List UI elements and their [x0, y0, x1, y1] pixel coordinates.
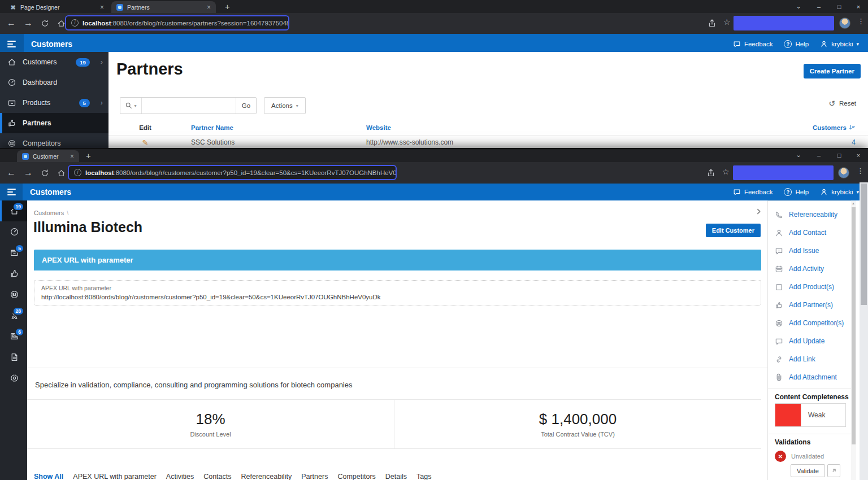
rail-item-competitors[interactable]: [0, 284, 27, 305]
feedback-button[interactable]: Feedback: [733, 40, 773, 48]
chevron-right-icon[interactable]: ›: [101, 99, 103, 107]
validate-button[interactable]: Validate: [791, 464, 825, 477]
new-tab-button[interactable]: +: [225, 2, 230, 11]
help-button[interactable]: ? Help: [784, 40, 809, 48]
url-bar[interactable]: i localhost:8080/ords/blog/r/customers/c…: [68, 165, 397, 180]
site-info-icon[interactable]: i: [74, 169, 81, 176]
tab-tags[interactable]: Tags: [416, 467, 431, 480]
collapse-panel-chevron-icon[interactable]: [754, 207, 763, 216]
minimize-button[interactable]: –: [810, 149, 827, 162]
col-customers-sort[interactable]: Customers: [688, 124, 868, 131]
feedback-button[interactable]: Feedback: [733, 188, 773, 196]
hamburger-menu-icon[interactable]: [0, 184, 23, 200]
tab-partners[interactable]: Partners: [301, 467, 328, 480]
action-add-update[interactable]: Add Update: [775, 335, 824, 347]
profile-avatar[interactable]: [839, 18, 850, 29]
sidebar-item-partners[interactable]: Partners: [0, 113, 108, 133]
scrollbar-thumb[interactable]: [852, 207, 856, 444]
edit-customer-button[interactable]: Edit Customer: [706, 224, 761, 237]
forward-nav-icon[interactable]: →: [24, 18, 33, 29]
tab-show-all[interactable]: Show All: [34, 467, 63, 480]
breadcrumb[interactable]: Customers\: [34, 210, 68, 216]
rail-item-documents[interactable]: [0, 347, 27, 368]
tab-close-icon[interactable]: ×: [70, 152, 74, 160]
back-nav-icon[interactable]: ←: [7, 167, 16, 178]
site-info-icon[interactable]: i: [71, 19, 79, 27]
maximize-button[interactable]: □: [831, 149, 848, 162]
rail-item-products[interactable]: 5: [0, 242, 27, 263]
action-add-attachment[interactable]: Add Attachment: [775, 372, 837, 383]
rail-item-updates[interactable]: 6: [0, 326, 27, 347]
window-menu-chevron-icon[interactable]: ⌄: [790, 149, 807, 162]
open-validation-icon[interactable]: [827, 464, 840, 477]
go-button[interactable]: Go: [236, 98, 256, 114]
col-website[interactable]: Website: [357, 124, 688, 131]
col-partner-name[interactable]: Partner Name: [182, 124, 357, 131]
page-scrollbar[interactable]: [860, 182, 868, 480]
panel-scrollbar[interactable]: ▲: [851, 200, 856, 480]
bookmark-star-icon[interactable]: ☆: [722, 167, 730, 176]
search-input[interactable]: [142, 98, 236, 114]
rail-item-dashboard[interactable]: [0, 221, 27, 242]
action-add-link[interactable]: Add Link: [775, 354, 815, 365]
help-button[interactable]: ? Help: [784, 188, 809, 196]
tab-close-icon[interactable]: ×: [100, 3, 104, 11]
user-menu[interactable]: krybicki ▾: [820, 40, 859, 48]
browser-menu-icon[interactable]: ⋮: [857, 17, 865, 25]
sidebar-item-competitors[interactable]: Competitors: [0, 133, 108, 149]
maximize-button[interactable]: □: [831, 0, 848, 13]
back-nav-icon[interactable]: ←: [7, 18, 16, 29]
home-icon[interactable]: [57, 169, 66, 177]
scroll-up-arrow-icon[interactable]: ▲: [852, 202, 855, 205]
tab-contacts[interactable]: Contacts: [203, 467, 231, 480]
window-menu-chevron-icon[interactable]: ⌄: [790, 0, 807, 13]
actions-button[interactable]: Actions ▾: [264, 97, 306, 114]
hamburger-menu-icon[interactable]: [0, 34, 24, 54]
forward-nav-icon[interactable]: →: [24, 167, 33, 178]
tab-partners[interactable]: Partners ×: [111, 1, 216, 13]
tab-referenceability[interactable]: Referenceability: [241, 467, 292, 480]
url-bar[interactable]: i localhost:8080/ords/blog/r/customers/p…: [65, 15, 289, 30]
home-icon[interactable]: [57, 19, 66, 28]
edit-pencil-icon[interactable]: ✎: [108, 138, 182, 147]
minimize-button[interactable]: –: [810, 0, 827, 13]
action-add-activity[interactable]: Add Activity: [775, 263, 824, 274]
action-add-competitors[interactable]: Add Competitor(s): [775, 317, 844, 329]
action-add-products[interactable]: Add Product(s): [775, 281, 834, 293]
sidebar-item-dashboard[interactable]: Dashboard: [0, 72, 108, 93]
action-add-partners[interactable]: Add Partner(s): [775, 299, 833, 311]
share-icon[interactable]: [706, 168, 715, 177]
rail-item-settings[interactable]: [0, 368, 27, 389]
profile-avatar[interactable]: [838, 167, 849, 178]
scrollbar-thumb[interactable]: [861, 184, 867, 305]
close-button[interactable]: ×: [850, 149, 867, 162]
browser-menu-icon[interactable]: ⋮: [857, 167, 864, 175]
action-add-contact[interactable]: Add Contact: [775, 227, 826, 238]
bookmark-star-icon[interactable]: ☆: [723, 18, 731, 27]
reset-button[interactable]: ↺ Reset: [828, 99, 856, 108]
reload-icon[interactable]: [41, 19, 49, 28]
tab-details[interactable]: Details: [385, 467, 407, 480]
apex-url-field[interactable]: APEX URL with parameter http://localhost…: [34, 280, 761, 306]
chevron-right-icon[interactable]: ›: [101, 58, 103, 66]
tab-customer[interactable]: Customer ×: [17, 150, 79, 162]
user-menu[interactable]: krybicki ▾: [820, 188, 859, 196]
new-tab-button[interactable]: +: [86, 151, 91, 160]
tab-activities[interactable]: Activities: [166, 467, 194, 480]
close-button[interactable]: ×: [850, 0, 867, 13]
rail-item-contacts[interactable]: 28: [0, 305, 27, 326]
tab-apex-url[interactable]: APEX URL with parameter: [73, 467, 157, 480]
sidebar-item-products[interactable]: Products 5 ›: [0, 93, 108, 113]
tab-competitors[interactable]: Competitors: [337, 467, 375, 480]
share-icon[interactable]: [708, 19, 717, 28]
sidebar-item-customers[interactable]: Customers 19 ›: [0, 52, 108, 72]
tab-page-designer[interactable]: ✖ Page Designer ×: [5, 1, 109, 13]
rail-item-customers[interactable]: 19: [0, 200, 27, 221]
rail-item-partners[interactable]: [0, 263, 27, 284]
action-add-issue[interactable]: Add Issue: [775, 245, 819, 256]
tab-close-icon[interactable]: ×: [207, 3, 211, 11]
reload-icon[interactable]: [41, 169, 49, 177]
action-referenceability[interactable]: Referenceability: [775, 209, 837, 220]
create-partner-button[interactable]: Create Partner: [804, 64, 861, 78]
search-options-button[interactable]: ▾: [120, 98, 142, 114]
